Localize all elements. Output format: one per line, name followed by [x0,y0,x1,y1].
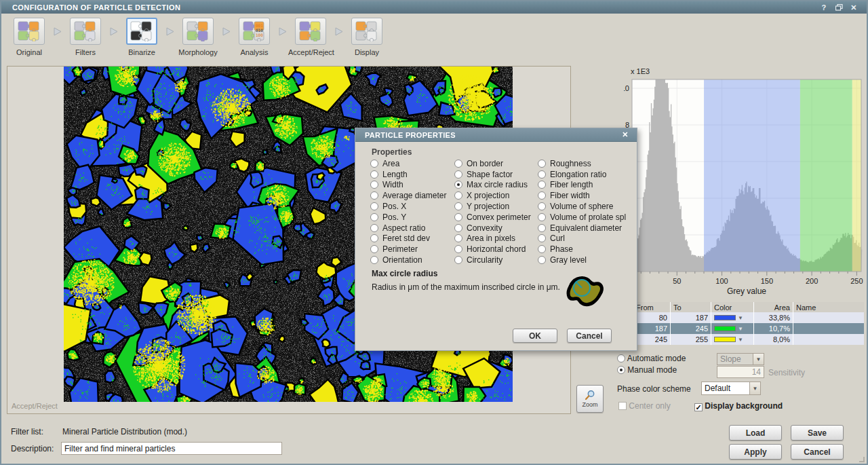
step-label: Binarize [119,48,164,56]
cancel-button[interactable]: Cancel [791,444,844,460]
ok-button[interactable]: OK [513,329,557,343]
toolbar-step-binarize[interactable]: Binarize [119,18,164,56]
chevron-down-icon[interactable]: ▼ [753,354,764,365]
phase-color-swatch[interactable] [714,315,736,320]
phase-color-scheme-dropdown[interactable]: Default ▼ [701,382,761,395]
radio-circle [538,160,546,168]
toolbar-step-filters[interactable]: Filters [63,18,108,56]
property-radio-curl[interactable]: Curl [538,234,626,244]
radio-circle [370,213,378,221]
phase-color-swatch[interactable] [714,326,736,331]
property-radio-volume-of-sphere[interactable]: Volume of sphere [538,201,626,212]
step-label: Filters [63,48,108,56]
toolbar-step-original[interactable]: Original [7,18,52,56]
toolbar-step-analysis[interactable]: 001010100Analysis [232,18,277,56]
property-radio-pos-x[interactable]: Pos. X [370,201,447,212]
radio-circle [538,191,546,200]
radio-circle [370,170,378,179]
sensitivity-input[interactable] [717,366,764,378]
apply-button[interactable]: Apply [729,444,782,460]
center-only-checkbox[interactable]: Center only [618,401,671,411]
property-radio-y-projection[interactable]: Y projection [454,201,531,212]
filter-list-label: Filter list: [11,427,43,436]
restore-button[interactable] [831,3,846,12]
image-caption: Accept/Reject [12,402,58,410]
workflow-toolbar: OriginalFiltersBinarizeMorphology0010101… [7,18,389,62]
close-button[interactable]: ✕ [846,3,861,12]
property-radio-gray-level[interactable]: Gray level [538,255,626,265]
dialog-close-button[interactable]: ✕ [619,130,631,139]
automatic-mode-radio[interactable]: Automatic mode [617,354,686,363]
property-radio-on-border[interactable]: On border [454,158,531,169]
radio-circle [370,256,378,264]
sensitivity-label: Sensitivity [768,368,805,377]
chevron-down-icon[interactable]: ▼ [738,315,743,321]
property-radio-pos-y[interactable]: Pos. Y [370,212,447,223]
phase-table-row[interactable]: 187245▼10,7% [633,323,864,334]
property-radio-convexity[interactable]: Convexity [454,223,531,234]
property-radio-aspect-ratio[interactable]: Aspect ratio [370,223,447,234]
property-label: Aspect ratio [382,223,425,233]
toolbar-step-display[interactable]: Display [344,18,389,56]
property-radio-volume-of-prolate-spl[interactable]: Volume of prolate spl [538,212,626,223]
zoom-button[interactable]: Zoom [576,385,604,413]
grey-value-histogram[interactable]: 50100150200250108x 1E3Grey value [624,66,868,300]
property-radio-x-projection[interactable]: X projection [454,190,531,201]
property-radio-circularity[interactable]: Circularity [454,255,531,265]
slope-dropdown[interactable]: Slope ▼ [717,353,764,365]
property-radio-horizontal-chord[interactable]: Horizontal chord [454,244,531,255]
property-radio-shape-factor[interactable]: Shape factor [454,169,531,180]
property-radio-convex-perimeter[interactable]: Convex perimeter [454,212,531,223]
description-input[interactable] [61,442,282,455]
property-label: Circularity [467,255,502,265]
dialog-title-bar[interactable]: PARTICLE PROPERTIES ✕ [355,128,637,142]
property-label: Elongation ratio [550,170,606,179]
radio-circle [454,245,462,253]
property-radio-fiber-width[interactable]: Fiber width [538,190,626,201]
chevron-down-icon[interactable]: ▼ [749,382,760,394]
resize-grip[interactable] [859,457,865,462]
phase-table-row[interactable]: 245255▼8,0% [633,334,864,345]
property-radio-width[interactable]: Width [370,180,447,191]
toolbar-step-accept-reject[interactable]: Accept/Reject [288,18,333,56]
property-radio-feret-std-dev[interactable]: Feret std dev [370,234,447,244]
window-title: CONFIGURATION OF PARTICLE DETECTION [12,3,180,12]
property-radio-max-circle-radius[interactable]: Max circle radius [454,180,531,191]
property-radio-fiber-length[interactable]: Fiber length [538,180,626,191]
chevron-down-icon[interactable]: ▼ [738,326,743,332]
title-bar[interactable]: CONFIGURATION OF PARTICLE DETECTION ? ✕ [1,1,867,14]
property-label: Feret std dev [382,234,430,243]
step-label: Analysis [232,48,277,56]
display-background-checkbox[interactable]: ✓ Display background [694,401,783,411]
help-button[interactable]: ? [816,3,831,12]
load-button[interactable]: Load [729,425,782,441]
property-label: On border [467,159,503,168]
dialog-cancel-button[interactable]: Cancel [567,329,612,343]
step-label: Morphology [176,48,220,56]
workflow-arrow-icon [333,18,344,45]
radio-circle [538,170,546,179]
toolbar-step-morphology[interactable]: Morphology [176,18,220,56]
puzzle-icon: 001010100 [243,21,266,41]
property-radio-area-in-pixels[interactable]: Area in pixels [454,234,531,244]
property-radio-roughness[interactable]: Roughness [538,158,626,169]
chevron-down-icon[interactable]: ▼ [738,337,743,343]
property-radio-elongation-ratio[interactable]: Elongation ratio [538,169,626,180]
phase-table-row[interactable]: 80187▼33,8% [633,312,864,323]
manual-mode-radio[interactable]: Manual mode [617,365,677,375]
property-radio-length[interactable]: Length [370,169,447,180]
property-radio-equivalent-diameter[interactable]: Equivalent diameter [538,223,626,234]
radio-circle [454,181,462,189]
phase-color-swatch[interactable] [714,337,736,342]
property-radio-orientation[interactable]: Orientation [370,255,447,265]
property-radio-perimeter[interactable]: Perimeter [370,244,447,255]
save-button[interactable]: Save [791,425,844,441]
step-icon-box [295,18,326,45]
property-radio-phase[interactable]: Phase [538,244,626,255]
radio-circle [370,245,378,253]
property-radio-average-diameter[interactable]: Average diameter [370,190,447,201]
zoom-button-label: Zoom [582,401,597,408]
property-column-2: On borderShape factorMax circle radiusX … [454,158,531,265]
property-radio-area[interactable]: Area [370,158,447,169]
workflow-arrow-icon [220,18,232,45]
